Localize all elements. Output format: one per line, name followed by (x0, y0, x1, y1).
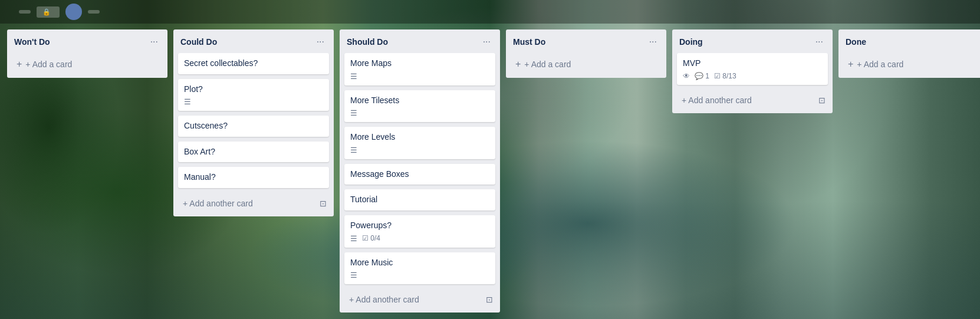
card-s4[interactable]: Message Boxes (344, 164, 495, 185)
add-another-button-should-do[interactable]: + Add another card (344, 291, 484, 308)
list-title-should-do: Should Do (347, 37, 388, 47)
list-header-should-do: Should Do··· (340, 29, 500, 53)
list-could-do: Could Do···Secret collectables?Plot?☰Cut… (173, 29, 334, 216)
list-footer-wont-do: ++ Add a card (7, 53, 167, 78)
desc-icon: ☰ (350, 146, 357, 154)
list-footer-doing: + Add another card⊡ (672, 90, 833, 113)
list-wont-do: Won't Do···++ Add a card (7, 29, 167, 78)
card-list-should-do: More Maps☰More Tilesets☰More Levels☰Mess… (340, 53, 500, 289)
list-menu-button-should-do[interactable]: ··· (481, 35, 493, 48)
card-title-s7: More Music (350, 257, 489, 269)
card-title-s3: More Levels (350, 131, 489, 143)
card-title-s1: More Maps (350, 58, 489, 70)
card-s6[interactable]: Powerups?☰☑ 0/4 (344, 215, 495, 248)
list-title-must-do: Must Do (513, 37, 545, 47)
add-another-button-doing[interactable]: + Add another card (677, 92, 816, 108)
list-done: Done···++ Add a card (838, 29, 980, 78)
list-menu-button-wont-do[interactable]: ··· (148, 35, 160, 48)
comment-icon: 💬 1 (695, 72, 709, 80)
card-title-s5: Tutorial (350, 194, 489, 206)
card-s2[interactable]: More Tilesets☰ (344, 90, 495, 123)
desc-icon: ☰ (184, 97, 191, 106)
lock-icon: 🔒 (42, 8, 51, 16)
list-menu-button-could-do[interactable]: ··· (314, 35, 327, 48)
add-another-label: + Add another card (349, 295, 419, 304)
add-another-row-should-do: + Add another card⊡ (344, 291, 495, 308)
card-meta-d1: 👁💬 1☑ 8/13 (683, 72, 822, 80)
list-header-wont-do: Won't Do··· (7, 29, 167, 53)
card-title-c4: Box Art? (184, 146, 323, 158)
list-menu-button-must-do[interactable]: ··· (647, 35, 659, 48)
card-c2[interactable]: Plot?☰ (178, 79, 329, 111)
add-card-label: + Add a card (857, 60, 903, 69)
checklist-badge: ☑ 8/13 (714, 72, 736, 80)
card-c4[interactable]: Box Art? (178, 142, 329, 163)
card-title-c2: Plot? (184, 84, 323, 96)
desc-icon: ☰ (350, 108, 357, 117)
card-list-could-do: Secret collectables?Plot?☰Cutscenes?Box … (173, 53, 334, 193)
card-s1[interactable]: More Maps☰ (344, 53, 495, 85)
card-meta-s2: ☰ (350, 108, 489, 117)
board-area: Won't Do···++ Add a cardCould Do···Secre… (0, 24, 980, 319)
card-title-s2: More Tilesets (350, 95, 489, 107)
list-must-do: Must Do···++ Add a card (506, 29, 666, 78)
desc-icon: ☰ (350, 234, 357, 243)
list-should-do: Should Do···More Maps☰More Tilesets☰More… (340, 29, 500, 313)
card-c3[interactable]: Cutscenes? (178, 116, 329, 137)
add-card-button-wont-do[interactable]: ++ Add a card (12, 55, 163, 73)
card-title-s4: Message Boxes (350, 169, 489, 180)
card-template-button-should-do[interactable]: ⊡ (484, 292, 495, 307)
personal-badge[interactable] (19, 10, 31, 14)
list-header-done: Done··· (838, 29, 980, 53)
invite-button[interactable] (88, 10, 100, 14)
add-card-label: + Add a card (25, 60, 72, 69)
watch-icon: 👁 (683, 72, 690, 80)
card-meta-s1: ☰ (350, 72, 489, 81)
add-another-button-could-do[interactable]: + Add another card (178, 195, 317, 212)
plus-icon: + (848, 59, 853, 70)
checklist-badge: ☑ 0/4 (362, 234, 380, 242)
card-c1[interactable]: Secret collectables? (178, 53, 329, 74)
card-meta-s7: ☰ (350, 271, 489, 279)
card-title-c1: Secret collectables? (184, 58, 323, 70)
card-list-doing: MVP👁💬 1☑ 8/13 (672, 53, 833, 90)
board-header: 🔒 (0, 0, 980, 24)
list-header-doing: Doing··· (672, 29, 833, 53)
card-d1[interactable]: MVP👁💬 1☑ 8/13 (677, 53, 828, 85)
list-title-could-do: Could Do (180, 37, 217, 47)
card-meta-c2: ☰ (184, 97, 323, 106)
list-header-could-do: Could Do··· (173, 29, 334, 53)
desc-icon: ☰ (350, 271, 357, 279)
list-menu-button-doing[interactable]: ··· (813, 35, 826, 48)
list-title-wont-do: Won't Do (14, 37, 50, 47)
list-footer-must-do: ++ Add a card (506, 53, 666, 78)
add-card-button-done[interactable]: ++ Add a card (843, 55, 980, 73)
avatar[interactable] (65, 4, 82, 20)
list-header-must-do: Must Do··· (506, 29, 666, 53)
list-footer-should-do: + Add another card⊡ (340, 289, 500, 313)
add-card-button-must-do[interactable]: ++ Add a card (511, 55, 662, 73)
card-s3[interactable]: More Levels☰ (344, 127, 495, 159)
add-card-label: + Add a card (524, 60, 571, 69)
card-c5[interactable]: Manual? (178, 167, 329, 188)
card-s7[interactable]: More Music☰ (344, 252, 495, 285)
list-footer-could-do: + Add another card⊡ (173, 193, 334, 216)
private-badge[interactable]: 🔒 (37, 6, 60, 18)
card-template-button-could-do[interactable]: ⊡ (317, 196, 329, 211)
card-title-s6: Powerups? (350, 220, 489, 232)
list-footer-done: ++ Add a card (838, 53, 980, 78)
desc-icon: ☰ (350, 72, 357, 81)
list-title-done: Done (846, 37, 866, 47)
card-template-button-doing[interactable]: ⊡ (816, 93, 828, 107)
card-title-d1: MVP (683, 58, 822, 70)
add-another-row-could-do: + Add another card⊡ (178, 195, 329, 212)
add-another-label: + Add another card (183, 199, 253, 208)
plus-icon: + (17, 59, 22, 70)
card-s5[interactable]: Tutorial (344, 189, 495, 211)
add-another-label: + Add another card (682, 96, 752, 105)
add-another-row-doing: + Add another card⊡ (677, 92, 828, 108)
card-title-c3: Cutscenes? (184, 120, 323, 132)
plus-icon: + (515, 59, 521, 70)
card-title-c5: Manual? (184, 172, 323, 183)
list-title-doing: Doing (679, 37, 703, 47)
